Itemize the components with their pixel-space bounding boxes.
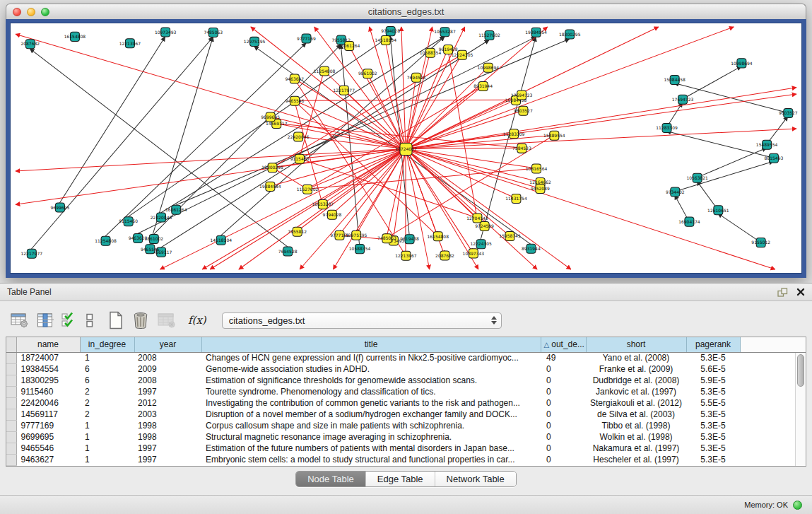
cell-in-degree[interactable]: 1 (80, 454, 134, 465)
cell-year[interactable]: 1998 (134, 431, 201, 443)
network-node[interactable]: 11254808 (95, 236, 117, 245)
cell-year[interactable]: 2003 (134, 409, 201, 420)
cell-year[interactable]: 1997 (134, 443, 201, 454)
cell-name[interactable]: 18300295 (16, 375, 80, 386)
cell-year[interactable]: 2012 (134, 397, 201, 409)
table-row[interactable]: 9465546 1 1997 Estimation of the future … (6, 443, 806, 454)
cell-in-degree[interactable]: 6 (80, 375, 134, 386)
cell-out-degree[interactable]: 0 (541, 454, 586, 465)
network-node[interactable]: 11431754 (505, 194, 527, 203)
cell-title[interactable]: Structural magnetic resonance image aver… (201, 431, 541, 443)
memory-ok-indicator-icon[interactable] (793, 501, 802, 510)
column-header-name[interactable]: name (16, 337, 80, 352)
network-node[interactable]: 15084458 (664, 76, 686, 85)
network-node[interactable]: 11527602 (478, 30, 500, 40)
network-node[interactable]: 8931944 (522, 244, 541, 253)
network-node[interactable]: 9463627 (285, 74, 304, 83)
network-node[interactable]: 10653287 (434, 28, 456, 37)
network-node[interactable]: 12610651 (707, 206, 729, 215)
cell-pagerank[interactable]: 5.3E-5 (686, 431, 740, 443)
network-node[interactable]: 12224305 (452, 50, 473, 59)
network-node[interactable]: 10973493 (155, 28, 177, 37)
scrollbar-thumb[interactable] (797, 354, 804, 387)
table-row[interactable]: 9463627 1 1997 Embryonic stem cells: a m… (6, 454, 806, 465)
table-scrollbar[interactable] (795, 353, 806, 466)
network-node[interactable]: 10816564 (526, 164, 548, 173)
cell-name[interactable]: 22420046 (16, 397, 80, 409)
cell-pagerank[interactable]: 5.3E-5 (686, 409, 740, 420)
table-selector-dropdown[interactable]: citations_edges.txt (222, 313, 502, 329)
network-node[interactable]: 10998694 (731, 59, 753, 68)
network-node[interactable]: 14518104 (375, 36, 396, 45)
network-node[interactable]: 12213967 (119, 39, 141, 48)
cell-in-degree[interactable]: 2 (80, 397, 134, 409)
cell-name[interactable]: 19384554 (16, 363, 80, 375)
network-node[interactable]: 10563821 (686, 173, 708, 182)
cell-title[interactable]: Investigating the contribution of common… (201, 397, 541, 409)
float-panel-button[interactable] (777, 288, 788, 297)
cell-title[interactable]: Corpus callosum shape and size in male p… (201, 420, 541, 431)
network-node[interactable]: 7955812 (288, 227, 307, 236)
column-header-year[interactable]: year (134, 337, 201, 352)
network-node[interactable]: 11527602 (297, 185, 319, 194)
table-row[interactable]: 18300295 6 2008 Estimation of significan… (6, 375, 806, 386)
column-visibility-button[interactable] (36, 312, 54, 329)
cell-in-degree[interactable]: 2 (80, 409, 134, 420)
delete-table-button[interactable] (157, 312, 177, 329)
cell-out-degree[interactable]: 0 (541, 386, 586, 397)
table-row[interactable]: 18724007 1 2008 Changes of HCN gene expr… (6, 352, 806, 363)
cell-out-degree[interactable]: 0 (541, 431, 586, 443)
table-row[interactable]: 9777169 1 1998 Corpus callosum shape and… (6, 420, 806, 431)
network-node[interactable]: 16904174 (678, 217, 700, 226)
cell-in-degree[interactable]: 1 (80, 420, 134, 431)
network-node[interactable]: 9115460 (290, 154, 310, 163)
column-header-out-degree[interactable]: △out_de... (541, 337, 586, 352)
cell-year[interactable]: 2009 (134, 363, 201, 375)
cell-short[interactable]: Wolkin et al. (1998) (586, 431, 686, 443)
cell-name[interactable]: 14569117 (16, 409, 80, 420)
network-node[interactable]: 9861002 (144, 235, 163, 244)
cell-year[interactable]: 1998 (134, 420, 201, 431)
network-node[interactable]: 15958745 (499, 231, 521, 240)
cell-out-degree[interactable]: 0 (541, 443, 586, 454)
cell-title[interactable]: Embryonic stem cells: a model to study s… (201, 454, 541, 465)
network-node[interactable]: 12224305 (470, 240, 492, 249)
cell-title[interactable]: Disruption of a novel member of a sodium… (201, 409, 541, 420)
row-selection-button[interactable] (61, 311, 78, 329)
network-node[interactable]: 18300295 (559, 30, 581, 39)
network-node[interactable]: 9452089 (531, 184, 550, 193)
network-node[interactable]: 8815493 (765, 153, 784, 163)
cell-pagerank[interactable]: 5.3E-5 (686, 352, 740, 363)
cell-pagerank[interactable]: 5.3E-5 (686, 454, 740, 465)
network-node[interactable]: 22420046 (288, 132, 310, 141)
network-node[interactable]: 9794028 (381, 27, 400, 36)
close-panel-button[interactable] (796, 288, 805, 296)
network-node[interactable]: 22420046 (151, 213, 172, 222)
cell-out-degree[interactable]: 49 (541, 352, 586, 363)
new-column-button[interactable] (107, 310, 124, 330)
table-row[interactable]: 9699695 1 1998 Structural magnetic reson… (6, 431, 806, 443)
network-node[interactable]: 11283309 (656, 123, 678, 132)
cell-short[interactable]: Yano et al. (2008) (586, 352, 686, 363)
table-row[interactable]: 14569117 2 2003 Disruption of a novel me… (6, 409, 806, 420)
cell-short[interactable]: Tibbo et al. (1998) (586, 420, 686, 431)
cell-in-degree[interactable]: 2 (80, 386, 134, 397)
network-node[interactable]: 9603527 (514, 106, 533, 115)
network-node[interactable]: 9465546 (286, 96, 305, 105)
cell-short[interactable]: Hescheler et al. (1997) (586, 454, 686, 465)
network-node[interactable]: 19384554 (259, 182, 281, 191)
cell-short[interactable]: Dudbridge et al. (2008) (586, 375, 686, 386)
network-node[interactable]: 9794028 (323, 210, 342, 219)
cell-title[interactable]: Tourette syndrome. Phenomenology and cla… (201, 386, 541, 397)
cell-short[interactable]: Stergiakouli et al. (2012) (586, 397, 686, 409)
network-node[interactable]: 9724509 (475, 221, 494, 230)
cell-pagerank[interactable]: 5.6E-5 (686, 363, 740, 375)
cell-year[interactable]: 2008 (134, 352, 201, 363)
network-node[interactable]: 11254808 (314, 66, 336, 76)
apply-function-button[interactable]: f(x) (187, 312, 207, 329)
network-node[interactable]: 7694528 (278, 247, 298, 256)
cell-in-degree[interactable]: 1 (80, 431, 134, 443)
cell-in-degree[interactable]: 1 (80, 443, 134, 454)
cell-title[interactable]: Estimation of significance thresholds fo… (201, 375, 541, 386)
delete-column-button[interactable] (131, 310, 151, 330)
